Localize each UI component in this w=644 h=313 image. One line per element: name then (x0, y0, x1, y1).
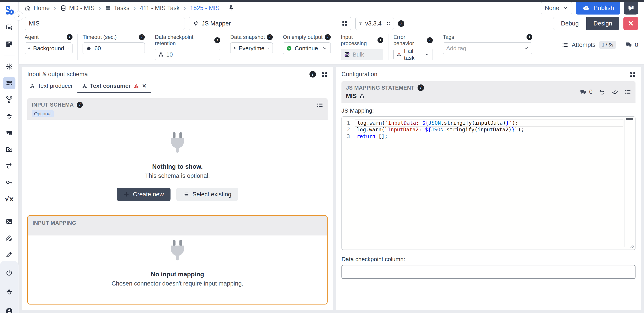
publish-button[interactable]: Publish (576, 1, 620, 14)
user-icon (5, 307, 13, 313)
sidebar-item-projects[interactable] (3, 143, 16, 156)
checkpoint-column-input[interactable] (342, 265, 636, 279)
validate-button[interactable] (611, 89, 618, 95)
expand-panel-button[interactable] (629, 71, 636, 78)
breadcrumb-tasks[interactable]: Tasks (105, 5, 129, 12)
breadcrumb-current[interactable]: 1525 - MIS (190, 5, 220, 12)
info-icon[interactable]: i (267, 34, 273, 40)
field-agent: Agenti Background (24, 34, 78, 54)
background-agent-icon (28, 45, 30, 51)
sidebar-item-connectors[interactable] (3, 127, 16, 139)
task-name-input[interactable] (24, 17, 185, 30)
sidebar-item-notes[interactable] (3, 38, 16, 50)
sidebar-item-editor[interactable] (3, 248, 16, 261)
task-comments-button[interactable]: 0 (625, 41, 638, 48)
info-icon[interactable]: i (77, 102, 83, 108)
tab-text-consumer[interactable]: Text consumer ✕ (78, 82, 151, 93)
design-button[interactable]: Design (586, 17, 620, 30)
info-icon[interactable]: i (526, 34, 532, 40)
empty-output-select[interactable]: Continue (283, 42, 331, 54)
tab-text-producer[interactable]: Text producer (25, 82, 78, 93)
pin-button[interactable] (228, 5, 234, 11)
code-line[interactable]: 1 log.warn(`InputData: ${JSON.stringify(… (342, 120, 635, 126)
code-line[interactable]: 2 log.warn(`InputData2: ${JSON.stringify… (342, 126, 635, 133)
sidebar-item-selection[interactable] (3, 21, 16, 34)
retention-input[interactable]: 10 (155, 49, 220, 60)
sidebar-item-agents[interactable] (3, 110, 16, 123)
app-logo[interactable] (3, 4, 15, 18)
info-icon[interactable]: i (325, 34, 331, 40)
close-task-button[interactable]: ✕ (624, 17, 638, 30)
code-editor[interactable]: 1 log.warn(`InputData: ${JSON.stringify(… (342, 116, 636, 250)
chevron-right-icon (16, 13, 21, 18)
tags-select[interactable]: Add tag (443, 42, 532, 54)
key-icon (5, 178, 13, 186)
info-icon[interactable]: i (378, 37, 383, 43)
sidebar-item-functions[interactable]: √x (3, 193, 16, 205)
create-new-button[interactable]: Create new (117, 188, 170, 201)
topbar-right: None Publish ? (540, 1, 638, 14)
field-tags: Tagsi Add tag (438, 34, 537, 54)
tasks-icon (105, 5, 111, 11)
chevron-down-icon (67, 46, 69, 51)
breadcrumb-task[interactable]: 411 - MIS Task (140, 5, 180, 12)
cloud-upload-icon (582, 4, 590, 12)
field-snapshot: Data snapshoti Everytime (225, 34, 278, 54)
sidebar-item-design-tools[interactable] (3, 232, 16, 244)
connector-combo[interactable]: JS Mapper (189, 17, 351, 30)
statement-comments-button[interactable]: 0 (580, 88, 592, 95)
sidebar-item-settings[interactable] (3, 60, 16, 73)
sidebar-item-tasks[interactable] (3, 77, 16, 89)
sidebar-item-power[interactable] (3, 267, 16, 279)
info-icon[interactable]: i (427, 37, 433, 43)
connector-value: JS Mapper (202, 20, 231, 27)
expand-panel-button[interactable] (321, 71, 328, 78)
schema-panel-title: Input & output schema (27, 71, 88, 78)
close-tab-icon[interactable]: ✕ (142, 83, 146, 89)
expand-icon[interactable] (387, 21, 390, 26)
attempts-button[interactable]: Attempts 1 / 5s (562, 41, 616, 49)
info-icon[interactable]: i (310, 71, 316, 78)
swap-arrows-icon (5, 162, 13, 169)
bulk-grid-icon (344, 52, 350, 57)
breadcrumb-project[interactable]: MD - MIS (60, 5, 95, 12)
sidebar-item-transfers[interactable] (3, 159, 16, 172)
environment-select[interactable]: None (540, 2, 572, 14)
resize-grip-icon[interactable] (628, 243, 634, 249)
info-icon[interactable]: i (67, 34, 72, 40)
code-line[interactable]: 3 return []; (342, 133, 635, 140)
schema-panel: Input & output schema i Tex (22, 67, 333, 310)
version-combo[interactable]: v3.3.4 (355, 17, 394, 30)
chevron-down-icon (425, 52, 430, 57)
error-behavior-select[interactable]: Fail task (394, 49, 433, 60)
expand-icon[interactable] (342, 20, 348, 26)
breadcrumb-home[interactable]: Home (24, 5, 50, 12)
snapshot-select[interactable]: Everytime (230, 42, 273, 54)
info-icon[interactable]: i (398, 20, 404, 27)
chevron-down-icon (524, 46, 529, 51)
sidebar-item-credentials[interactable] (3, 176, 16, 188)
editor-minimap-thumb[interactable] (626, 118, 633, 120)
help-button[interactable]: ? (624, 1, 638, 14)
timeout-input[interactable]: 60 (82, 42, 145, 54)
undo-button[interactable] (599, 89, 605, 95)
layers-icon (5, 129, 13, 137)
sidebar-item-agent-mode[interactable] (3, 286, 16, 298)
statement-list-button[interactable] (624, 89, 631, 95)
info-icon[interactable]: i (418, 84, 424, 91)
line-number: 2 (342, 126, 355, 133)
info-icon[interactable]: i (139, 34, 145, 40)
plug-icon (167, 131, 188, 156)
debug-button[interactable]: Debug (553, 17, 586, 30)
breadcrumb-tasks-label: Tasks (114, 5, 129, 12)
schema-list-button[interactable] (316, 101, 323, 108)
agent-select[interactable]: Background (24, 42, 72, 54)
info-icon[interactable]: i (214, 37, 220, 43)
code-line-content: log.warn(`InputData2: ${JSON.stringify(i… (355, 126, 624, 133)
svg-text:?: ? (630, 5, 632, 9)
sidebar-item-terminal[interactable] (3, 215, 16, 228)
sidebar-item-profile[interactable] (3, 305, 16, 313)
sidebar-collapse-button[interactable] (14, 11, 23, 20)
sidebar-item-versions[interactable] (3, 93, 16, 106)
select-existing-button[interactable]: Select existing (176, 188, 238, 201)
